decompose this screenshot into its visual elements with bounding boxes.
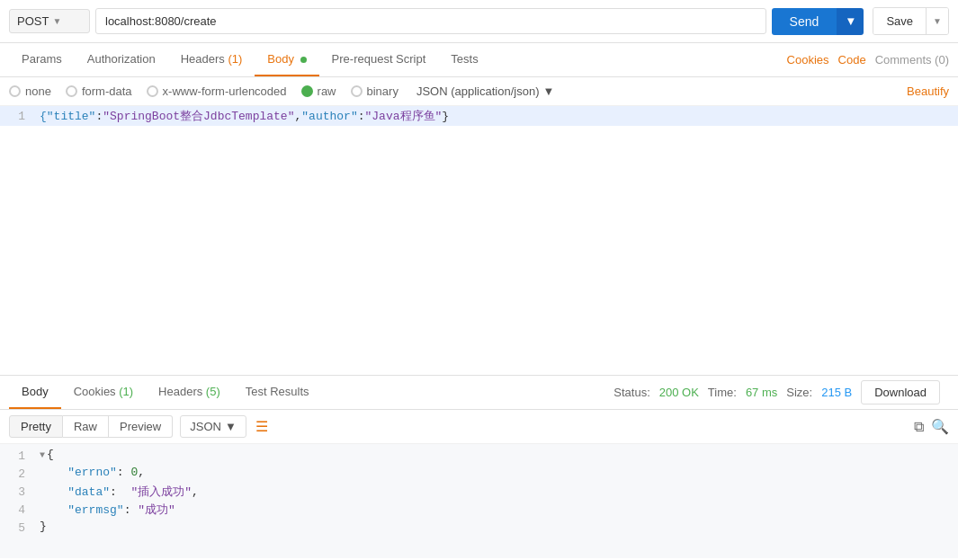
request-editor[interactable]: 1 {"title":"SpringBoot整合JdbcTemplate","a… — [0, 106, 958, 376]
radio-binary-icon — [351, 85, 363, 97]
time-value: 67 ms — [746, 386, 777, 399]
radio-form-data[interactable]: form-data — [66, 84, 132, 98]
method-select[interactable]: POST ▼ — [9, 9, 90, 33]
radio-raw-icon — [301, 85, 313, 97]
copy-icon[interactable]: ⧉ — [914, 419, 924, 435]
radio-binary[interactable]: binary — [351, 84, 398, 98]
request-tabs: Params Authorization Headers (1) Body Pr… — [0, 43, 958, 77]
tab-body[interactable]: Body — [255, 43, 318, 76]
top-bar: POST ▼ Send ▼ Save ▼ — [0, 0, 958, 43]
radio-none-icon — [9, 85, 21, 97]
resp-tab-headers[interactable]: Headers (5) — [146, 376, 233, 409]
resp-line-1: 1 ▼{ — [0, 448, 958, 466]
send-group: Send ▼ — [772, 8, 864, 35]
response-tabs-left: Body Cookies (1) Headers (5) Test Result… — [9, 376, 322, 409]
radio-urlencoded[interactable]: x-www-form-urlencoded — [147, 84, 287, 98]
line-num-1: 1 — [0, 108, 36, 124]
beautify-button[interactable]: Beautify — [907, 84, 949, 98]
resp-line-5: 5 } — [0, 520, 958, 538]
radio-urlencoded-label: x-www-form-urlencoded — [163, 84, 287, 98]
radio-urlencoded-icon — [147, 85, 158, 97]
send-button[interactable]: Send — [772, 8, 837, 35]
request-line-1: 1 {"title":"SpringBoot整合JdbcTemplate","a… — [0, 106, 958, 126]
status-value: 200 OK — [659, 386, 699, 399]
comments-link[interactable]: Comments (0) — [875, 53, 949, 67]
resp-tab-body[interactable]: Body — [9, 376, 61, 409]
json-view-chevron-icon: ▼ — [225, 420, 237, 433]
json-type-label: JSON (application/json) — [416, 84, 540, 98]
radio-binary-label: binary — [367, 84, 398, 98]
body-options: none form-data x-www-form-urlencoded raw… — [0, 77, 958, 106]
response-status: Status: 200 OK Time: 67 ms Size: 215 B D… — [613, 380, 949, 404]
request-tabs-left: Params Authorization Headers (1) Body Pr… — [9, 43, 491, 76]
resp-line-2: 2 "errno": 0, — [0, 466, 958, 484]
size-value: 215 B — [821, 386, 852, 399]
view-raw-button[interactable]: Raw — [63, 415, 109, 438]
resp-tab-test-results[interactable]: Test Results — [233, 376, 322, 409]
resp-tab-cookies[interactable]: Cookies (1) — [61, 376, 146, 409]
response-section: Body Cookies (1) Headers (5) Test Result… — [0, 376, 958, 558]
response-tabs-bar: Body Cookies (1) Headers (5) Test Result… — [0, 376, 958, 410]
radio-none[interactable]: none — [9, 84, 51, 98]
radio-form-data-icon — [66, 85, 77, 97]
cookies-link[interactable]: Cookies — [787, 53, 829, 67]
radio-raw-label: raw — [318, 84, 336, 98]
view-pretty-button[interactable]: Pretty — [9, 415, 63, 438]
radio-none-label: none — [25, 84, 51, 98]
view-preview-button[interactable]: Preview — [109, 415, 173, 438]
download-button[interactable]: Download — [861, 380, 940, 404]
save-dropdown-button[interactable]: ▼ — [926, 8, 948, 34]
tab-params[interactable]: Params — [9, 43, 75, 76]
line-content-1: {"title":"SpringBoot整合JdbcTemplate","aut… — [36, 108, 958, 124]
collapse-arrow-icon[interactable]: ▼ — [40, 450, 45, 460]
method-value: POST — [17, 14, 49, 28]
tab-pre-request-script[interactable]: Pre-request Script — [319, 43, 439, 76]
save-button[interactable]: Save — [873, 8, 926, 34]
resp-line-3: 3 "data": "插入成功", — [0, 484, 958, 502]
json-type-selector[interactable]: JSON (application/json) ▼ — [416, 84, 554, 98]
json-view-selector[interactable]: JSON ▼ — [180, 415, 246, 438]
resp-line-4: 4 "errmsg": "成功" — [0, 502, 958, 520]
method-chevron-icon: ▼ — [52, 16, 61, 26]
json-view-label: JSON — [190, 420, 221, 433]
tab-authorization[interactable]: Authorization — [75, 43, 168, 76]
status-label: Status: — [613, 386, 649, 399]
response-editor[interactable]: 1 ▼{ 2 "errno": 0, 3 "data": "插入成功", 4 "… — [0, 444, 958, 558]
request-tabs-right: Cookies Code Comments (0) — [787, 53, 949, 67]
view-options: Pretty Raw Preview JSON ▼ ☰ ⧉ 🔍 — [0, 410, 958, 444]
radio-form-data-label: form-data — [82, 84, 132, 98]
radio-raw[interactable]: raw — [301, 84, 336, 98]
send-dropdown-button[interactable]: ▼ — [837, 8, 864, 35]
search-icon[interactable]: 🔍 — [931, 418, 949, 435]
save-group: Save ▼ — [873, 7, 949, 35]
url-input[interactable] — [95, 8, 766, 34]
code-link[interactable]: Code — [838, 53, 866, 67]
time-label: Time: — [708, 386, 737, 399]
tab-headers[interactable]: Headers (1) — [168, 43, 255, 76]
size-label: Size: — [786, 386, 812, 399]
wrap-icon[interactable]: ☰ — [255, 418, 268, 435]
json-type-chevron-icon: ▼ — [542, 84, 554, 98]
tab-tests[interactable]: Tests — [438, 43, 490, 76]
